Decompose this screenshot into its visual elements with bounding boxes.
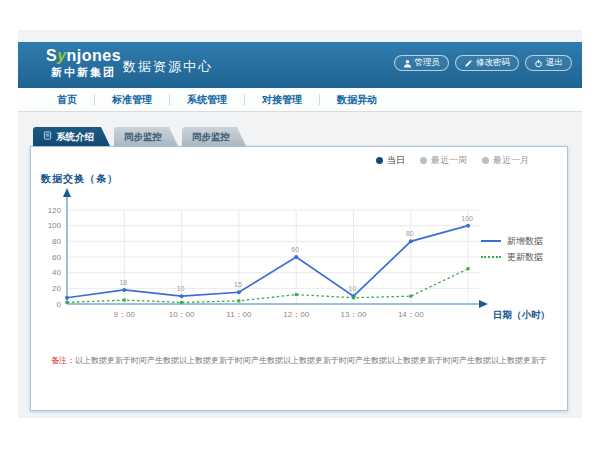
header-action-change-password[interactable]: 修改密码 (455, 55, 519, 71)
data-point (466, 224, 470, 228)
x-tick-label: 12：00 (283, 310, 309, 319)
app-page: Synjones 新中新集团 数据资源中心 管理员修改密码退出 首页标准管理系统… (18, 30, 582, 418)
brand-logo-text: Synjones (46, 47, 121, 65)
y-axis-arrow-icon (63, 188, 71, 197)
data-point (409, 295, 412, 298)
data-point-label: 18 (119, 279, 127, 286)
y-tick-label: 20 (52, 284, 61, 293)
data-point-label: 60 (291, 246, 299, 253)
note-label: 备注： (51, 356, 75, 365)
content-panel: 系统介绍同步监控同步监控 当日最近一周最近一月 数据交换（条） 02040608… (30, 127, 570, 413)
legend-line-sample (481, 256, 501, 258)
radio-icon (420, 157, 427, 164)
tab-label: 系统介绍 (56, 127, 94, 146)
app-header: Synjones 新中新集团 数据资源中心 管理员修改密码退出 (18, 42, 582, 88)
data-point (123, 299, 126, 302)
header-action-label: 退出 (546, 57, 563, 69)
brand-logo-subtitle: 新中新集团 (46, 65, 121, 79)
y-tick-label: 40 (52, 268, 61, 277)
radio-icon (376, 157, 383, 164)
chart-x-axis-title: 日期（小时） (493, 309, 550, 321)
data-point (180, 294, 184, 298)
x-tick-label: 11：00 (226, 310, 252, 319)
data-point (65, 296, 69, 300)
data-point (467, 267, 470, 270)
legend-label: 新增数据 (507, 235, 543, 248)
panel-body: 当日最近一周最近一月 数据交换（条） 0204060801001209：0010… (30, 146, 568, 411)
header-action-admin[interactable]: 管理员 (394, 55, 450, 71)
chart-y-axis-title: 数据交换（条） (41, 172, 118, 186)
y-tick-label: 60 (52, 253, 61, 262)
x-tick-label: 13：00 (341, 310, 367, 319)
radio-label: 当日 (387, 154, 405, 167)
radio-label: 最近一月 (493, 154, 529, 167)
tab-3[interactable]: 同步监控 (182, 127, 246, 146)
data-point (409, 239, 413, 243)
doc-icon (43, 127, 52, 146)
legend-item-1[interactable]: 新增数据 (481, 233, 543, 249)
tab-bar: 系统介绍同步监控同步监控 (30, 127, 570, 146)
logo-part3: njones (67, 47, 122, 64)
header-action-label: 修改密码 (476, 57, 510, 69)
user-icon (403, 59, 412, 68)
data-point-label: 10 (349, 285, 357, 292)
time-filter-option-2[interactable]: 最近一周 (420, 154, 467, 167)
main-nav: 首页标准管理系统管理对接管理数据异动 (18, 88, 582, 112)
radio-icon (482, 157, 489, 164)
time-filter-group: 当日最近一周最近一月 (376, 154, 529, 167)
tab-label: 同步监控 (192, 127, 230, 146)
data-point (294, 255, 298, 259)
y-tick-label: 100 (48, 221, 62, 230)
tab-1[interactable]: 系统介绍 (33, 127, 110, 146)
nav-item-3[interactable]: 系统管理 (170, 93, 244, 107)
y-tick-label: 0 (57, 300, 62, 309)
chart-legend: 新增数据更新数据 (481, 233, 543, 265)
x-tick-label: 9：00 (114, 310, 136, 319)
note-text: 以上数据更新于时间产生数据以上数据更新于时间产生数据以上数据更新于时间产生数据以… (75, 356, 547, 365)
data-point (295, 293, 298, 296)
data-point (237, 290, 241, 294)
y-tick-label: 120 (48, 206, 62, 215)
radio-label: 最近一周 (431, 154, 467, 167)
y-tick-label: 80 (52, 237, 61, 246)
nav-item-4[interactable]: 对接管理 (245, 93, 319, 107)
data-point (180, 301, 183, 304)
nav-item-2[interactable]: 标准管理 (95, 93, 169, 107)
tab-label: 同步监控 (124, 127, 162, 146)
brand-logo: Synjones 新中新集团 (46, 47, 121, 79)
edit-icon (464, 59, 473, 68)
header-actions: 管理员修改密码退出 (394, 55, 573, 71)
legend-label: 更新数据 (507, 251, 543, 264)
time-filter-option-1[interactable]: 当日 (376, 154, 405, 167)
x-tick-label: 14：00 (398, 310, 424, 319)
data-point-label: 80 (406, 230, 414, 237)
x-axis-arrow-icon (479, 300, 488, 308)
data-point-label: 15 (234, 281, 242, 288)
data-point (237, 299, 240, 302)
data-point (352, 296, 355, 299)
page-title: 数据资源中心 (123, 58, 213, 76)
nav-item-5[interactable]: 数据异动 (320, 93, 394, 107)
tab-2[interactable]: 同步监控 (114, 127, 178, 146)
legend-line-sample (481, 240, 501, 242)
footer-note: 备注：以上数据更新于时间产生数据以上数据更新于时间产生数据以上数据更新于时间产生… (41, 355, 557, 366)
header-action-label: 管理员 (415, 57, 441, 69)
logo-part1: S (46, 47, 57, 64)
data-point (122, 288, 126, 292)
logo-accent-glyph: y (57, 47, 66, 64)
legend-item-2[interactable]: 更新数据 (481, 249, 543, 265)
time-filter-option-3[interactable]: 最近一月 (482, 154, 529, 167)
screenshot-canvas: Synjones 新中新集团 数据资源中心 管理员修改密码退出 首页标准管理系统… (0, 0, 600, 450)
data-point-label: 10 (177, 285, 185, 292)
data-point-label: 100 (461, 215, 473, 222)
header-action-logout[interactable]: 退出 (525, 55, 572, 71)
nav-item-1[interactable]: 首页 (40, 93, 94, 107)
data-point (66, 301, 69, 304)
x-tick-label: 10：00 (169, 310, 195, 319)
power-icon (534, 59, 543, 68)
